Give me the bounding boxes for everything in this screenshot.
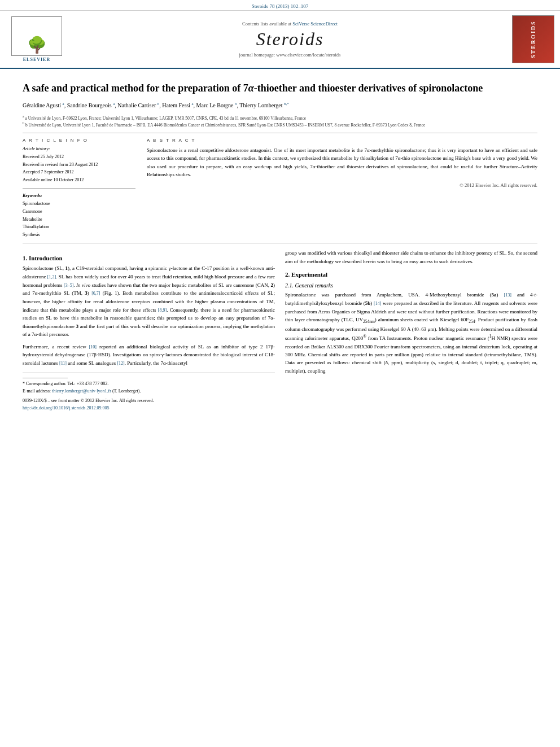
article-title: A safe and practical method for the prep… (23, 81, 537, 95)
intro-text-1: Spironolactone (SL, 1), a C19-steroidal … (23, 264, 275, 338)
top-bar: Steroids 78 (2013) 102–107 (0, 0, 560, 11)
body-left: 1. Introduction Spironolactone (SL, 1), … (23, 249, 275, 412)
abstract-col: A B S T R A C T Spironolactone is a rena… (147, 138, 537, 238)
journal-homepage: journal homepage: www.elsevier.com/locat… (73, 52, 506, 58)
article-content: A safe and practical method for the prep… (0, 69, 560, 418)
keyword-1: Spironolactone (23, 201, 50, 206)
email-suffix: (T. Lomberget). (112, 388, 141, 394)
body-right: group was modified with various thioalky… (285, 249, 537, 412)
journal-header: 🌳 ELSEVIER Contents lists available at S… (0, 11, 560, 69)
divider-1 (23, 133, 537, 133)
intro-text-2: Furthermore, a recent review [10] report… (23, 343, 275, 368)
keyword-2: Canrenone (23, 209, 42, 214)
divider-2 (23, 243, 537, 243)
keyword-4: Thioalkylation (23, 224, 49, 229)
elsevier-logo: 🌳 ELSEVIER (6, 16, 68, 62)
keyword-5: Synthesis (23, 232, 40, 237)
issn-text: 0039-128X/$ – see front matter © 2012 El… (23, 398, 154, 403)
divider-keywords (23, 188, 135, 189)
elsevier-text: ELSEVIER (23, 57, 50, 62)
general-remarks-heading: 2.1. General remarks (285, 282, 537, 289)
abstract-body: Spironolactone is a renal competitive al… (147, 147, 537, 177)
journal-citation: Steroids 78 (2013) 102–107 (252, 3, 309, 9)
footnote-section: * Corresponding author. Tel.: +33 478 77… (23, 373, 275, 412)
corresponding-label: * Corresponding author. Tel.: +33 478 77… (23, 381, 108, 386)
keywords-label: Keywords: (23, 193, 135, 198)
alpha-symbol: α (248, 82, 254, 94)
affiliation-a: a Université de Lyon, F-69622 Lyon, Fran… (25, 115, 307, 120)
article-info-col: A R T I C L E I N F O Article history: R… (23, 138, 135, 238)
doi-link[interactable]: http://dx.doi.org/10.1016/j.steroids.201… (23, 405, 109, 410)
journal-center: Contents lists available at SciVerse Sci… (68, 21, 512, 58)
elsevier-logo-box: 🌳 (11, 16, 62, 56)
experimental-heading: 2. Experimental (285, 271, 537, 278)
abstract-label: A B S T R A C T (147, 138, 537, 143)
journal-name: Steroids (73, 29, 506, 50)
info-abstract-section: A R T I C L E I N F O Article history: R… (23, 138, 537, 238)
intro-heading: 1. Introduction (23, 255, 275, 261)
email-link[interactable]: thierry.lomberget@univ-lyon1.fr (52, 388, 111, 394)
history-label: Article history: (23, 146, 135, 151)
available-date: Available online 10 October 2012 (23, 177, 84, 182)
right-text-1: group was modified with various thioalky… (285, 249, 537, 265)
email-label: E-mail address: (23, 388, 51, 394)
revised-date: Received in revised form 28 August 2012 (23, 162, 98, 167)
body-section: 1. Introduction Spironolactone (SL, 1), … (23, 249, 537, 412)
contents-text: Contents lists available at (242, 21, 291, 27)
doi-line: http://dx.doi.org/10.1016/j.steroids.201… (23, 405, 275, 412)
abstract-text: Spironolactone is a renal competitive al… (147, 146, 537, 179)
copyright-line: © 2012 Elsevier Inc. All rights reserved… (147, 182, 537, 188)
authors-line: Géraldine Agusti a, Sandrine Bourgeois a… (23, 101, 537, 110)
elsevier-tree-icon: 🌳 (27, 37, 47, 53)
keyword-3: Metabolite (23, 217, 42, 222)
received-date: Received 25 July 2012 (23, 154, 64, 159)
sciverse-link[interactable]: SciVerse ScienceDirect (292, 21, 338, 27)
accepted-date: Accepted 7 September 2012 (23, 169, 73, 174)
article-info-label: A R T I C L E I N F O (23, 138, 135, 143)
experimental-text: Spironolactone was purchased from Amplac… (285, 291, 537, 375)
steroids-badge: STEROIDS (512, 15, 554, 63)
corresponding-author-note: * Corresponding author. Tel.: +33 478 77… (23, 381, 275, 388)
affiliations: a a Université de Lyon, F-69622 Lyon, Fr… (23, 114, 537, 129)
footnote-divider (23, 378, 68, 378)
keyword-list: Spironolactone Canrenone Metabolite Thio… (23, 200, 135, 238)
email-note: E-mail address: thierry.lomberget@univ-l… (23, 388, 275, 395)
sciverse-line: Contents lists available at SciVerse Sci… (73, 21, 506, 27)
issn-line: 0039-128X/$ – see front matter © 2012 El… (23, 397, 275, 405)
affiliation-b: b Université de Lyon, Université Lyon 1,… (25, 123, 425, 128)
page-wrapper: Steroids 78 (2013) 102–107 🌳 ELSEVIER Co… (0, 0, 560, 418)
article-history: Received 25 July 2012 Received in revise… (23, 153, 135, 184)
